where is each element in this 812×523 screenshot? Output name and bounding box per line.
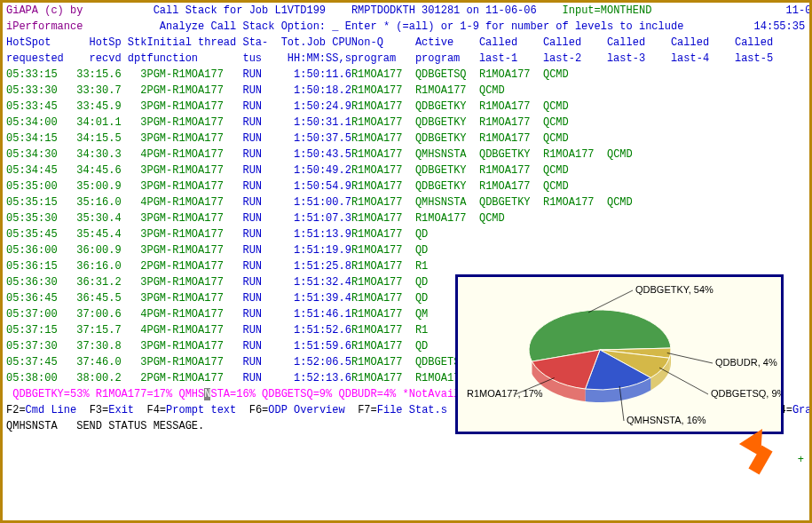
input-label: Input= — [563, 4, 601, 17]
table-row[interactable]: 05:36:15 36:16.0 2PGM-R1MOA177 RUN 1:51:… — [3, 258, 809, 274]
table-row[interactable]: 05:33:15 33:15.6 3PGM-R1MOA177 RUN 1:50:… — [3, 67, 809, 83]
header-line-2: iPerformance Analyze Call Stack Option: … — [3, 19, 809, 35]
column-header-2: requested recvd dptfunction tus HH:MM:SS… — [3, 51, 809, 67]
svg-line-1 — [667, 353, 713, 363]
time-display: 14:55:35 — [754, 20, 806, 33]
pie-label: QDBGETKY, 54% — [635, 284, 713, 295]
job-title: Call Stack for Job L1VTD199 RMPTDODKTH 3… — [154, 4, 537, 17]
summary-post: STA=16% QDBGETSQ=9% QDBUDR=4% *NotAvail=… — [210, 388, 478, 400]
f2-label[interactable]: Cmd Line — [26, 404, 77, 416]
input-value: MONTHEND — [601, 4, 652, 17]
table-row[interactable]: 05:35:30 35:30.4 3PGM-R1MOA177 RUN 1:51:… — [3, 210, 809, 226]
table-row[interactable]: 05:35:45 35:45.4 3PGM-R1MOA177 RUN 1:51:… — [3, 226, 809, 242]
pie-chart: QDBGETKY, 54%QDBUDR, 4%QDBGETSQ, 9%QMHSN… — [458, 277, 781, 432]
f2-key[interactable]: F2= — [6, 404, 26, 416]
table-row[interactable]: 05:33:45 33:45.9 3PGM-R1MOA177 RUN 1:50:… — [3, 99, 809, 115]
terminal-screen: GiAPA (c) by Call Stack for Job L1VTD199… — [0, 0, 812, 523]
f3-label[interactable]: Exit — [108, 404, 134, 416]
more-indicator: + — [798, 452, 804, 468]
option-text[interactable]: Analyze Call Stack Option: _ Enter * (=a… — [160, 20, 684, 33]
pie-label: QDBUDR, 4% — [715, 357, 777, 368]
pie-chart-popup: QDBGETKY, 54%QDBUDR, 4%QDBGETSQ, 9%QMHSN… — [455, 274, 784, 434]
table-row[interactable]: 05:35:15 35:16.0 4PGM-R1MOA177 RUN 1:51:… — [3, 194, 809, 210]
pie-label: R1MOA177, 17% — [467, 388, 543, 399]
table-row[interactable]: 05:35:00 35:00.9 3PGM-R1MOA177 RUN 1:50:… — [3, 178, 809, 194]
summary-pre: QDBGETKY=53% R1MOA177=17% QMHS — [12, 388, 204, 400]
f14-label[interactable]: Graph — [792, 404, 812, 416]
f6-key[interactable]: F6= — [249, 404, 269, 416]
table-row[interactable]: 05:33:30 33:30.7 2PGM-R1MOA177 RUN 1:50:… — [3, 83, 809, 99]
app-name: GiAPA (c) by — [6, 4, 83, 17]
f7-label[interactable]: File Stat.s — [377, 404, 447, 416]
app-sub: iPerformance — [6, 20, 83, 33]
date-display: 11-07-15 — [786, 4, 812, 17]
header-line-1: GiAPA (c) by Call Stack for Job L1VTD199… — [3, 3, 809, 19]
table-row[interactable]: 05:34:15 34:15.5 3PGM-R1MOA177 RUN 1:50:… — [3, 131, 809, 147]
table-row[interactable]: 05:34:45 34:45.6 3PGM-R1MOA177 RUN 1:50:… — [3, 162, 809, 178]
column-header-1: HotSpot HotSp StkInitial thread Sta- Tot… — [3, 35, 809, 51]
svg-line-2 — [659, 368, 708, 394]
svg-line-0 — [588, 290, 633, 313]
table-row[interactable]: 05:34:30 34:30.3 4PGM-R1MOA177 RUN 1:50:… — [3, 147, 809, 162]
pie-label: QMHSNSTA, 16% — [627, 415, 706, 425]
f4-label[interactable]: Prompt text — [166, 404, 236, 416]
table-row[interactable]: 05:34:00 34:01.1 3PGM-R1MOA177 RUN 1:50:… — [3, 115, 809, 131]
pie-label: QDBGETSQ, 9% — [711, 388, 781, 399]
f3-key[interactable]: F3= — [90, 404, 109, 416]
f4-key[interactable]: F4= — [146, 404, 166, 416]
table-row[interactable]: 05:36:00 36:00.9 3PGM-R1MOA177 RUN 1:51:… — [3, 242, 809, 258]
f6-label[interactable]: ODP Overview — [268, 404, 344, 416]
f7-key[interactable]: F7= — [358, 404, 377, 416]
